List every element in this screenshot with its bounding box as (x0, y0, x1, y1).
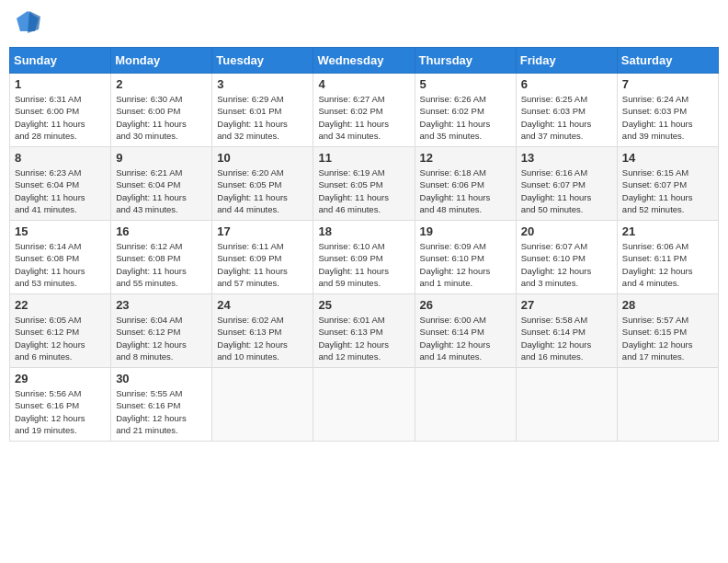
calendar-day-cell: 2 Sunrise: 6:30 AMSunset: 6:00 PMDayligh… (111, 74, 212, 147)
calendar-day-cell: 3 Sunrise: 6:29 AMSunset: 6:01 PMDayligh… (212, 74, 313, 147)
day-number: 10 (217, 151, 308, 165)
calendar-day-cell (313, 368, 415, 442)
day-number: 29 (15, 372, 106, 385)
calendar-week-row: 15 Sunrise: 6:14 AMSunset: 6:08 PMDaylig… (10, 221, 719, 294)
day-number: 3 (217, 77, 308, 91)
weekday-header-wednesday: Wednesday (313, 48, 415, 74)
day-info: Sunrise: 6:15 AMSunset: 6:07 PMDaylight:… (622, 167, 713, 215)
calendar-day-cell: 1 Sunrise: 6:31 AMSunset: 6:00 PMDayligh… (10, 74, 111, 147)
calendar-day-cell: 28 Sunrise: 5:57 AMSunset: 6:15 PMDaylig… (617, 294, 718, 368)
day-info: Sunrise: 6:20 AMSunset: 6:05 PMDaylight:… (217, 167, 308, 215)
calendar-day-cell: 21 Sunrise: 6:06 AMSunset: 6:11 PMDaylig… (617, 221, 718, 294)
calendar-day-cell: 26 Sunrise: 6:00 AMSunset: 6:14 PMDaylig… (415, 294, 516, 368)
calendar-day-cell: 10 Sunrise: 6:20 AMSunset: 6:05 PMDaylig… (212, 147, 313, 221)
day-number: 5 (420, 77, 511, 91)
calendar-day-cell: 14 Sunrise: 6:15 AMSunset: 6:07 PMDaylig… (617, 147, 718, 221)
day-number: 25 (318, 298, 409, 312)
calendar-day-cell: 27 Sunrise: 5:58 AMSunset: 6:14 PMDaylig… (516, 294, 617, 368)
logo-icon (15, 9, 40, 35)
svg-marker-1 (28, 11, 40, 33)
calendar-day-cell: 4 Sunrise: 6:27 AMSunset: 6:02 PMDayligh… (313, 74, 415, 147)
calendar-day-cell: 20 Sunrise: 6:07 AMSunset: 6:10 PMDaylig… (516, 221, 617, 294)
day-number: 9 (116, 151, 207, 165)
calendar-day-cell: 16 Sunrise: 6:12 AMSunset: 6:08 PMDaylig… (111, 221, 212, 294)
day-number: 22 (15, 298, 106, 312)
day-info: Sunrise: 5:58 AMSunset: 6:14 PMDaylight:… (521, 314, 612, 362)
day-info: Sunrise: 5:57 AMSunset: 6:15 PMDaylight:… (622, 314, 713, 362)
day-info: Sunrise: 6:12 AMSunset: 6:08 PMDaylight:… (116, 240, 207, 289)
calendar-day-cell: 25 Sunrise: 6:01 AMSunset: 6:13 PMDaylig… (313, 294, 415, 368)
calendar-day-cell: 9 Sunrise: 6:21 AMSunset: 6:04 PMDayligh… (111, 147, 212, 221)
calendar-day-cell: 7 Sunrise: 6:24 AMSunset: 6:03 PMDayligh… (617, 74, 718, 147)
weekday-header-sunday: Sunday (10, 48, 111, 74)
day-info: Sunrise: 6:27 AMSunset: 6:02 PMDaylight:… (318, 93, 409, 142)
day-number: 16 (116, 224, 207, 238)
calendar-day-cell: 24 Sunrise: 6:02 AMSunset: 6:13 PMDaylig… (212, 294, 313, 368)
day-info: Sunrise: 6:26 AMSunset: 6:02 PMDaylight:… (420, 93, 511, 142)
day-number: 14 (622, 151, 713, 165)
calendar-day-cell: 12 Sunrise: 6:18 AMSunset: 6:06 PMDaylig… (415, 147, 516, 221)
day-info: Sunrise: 6:05 AMSunset: 6:12 PMDaylight:… (15, 314, 106, 362)
calendar-day-cell (516, 368, 617, 442)
day-info: Sunrise: 6:11 AMSunset: 6:09 PMDaylight:… (217, 240, 308, 289)
weekday-header-tuesday: Tuesday (212, 48, 313, 74)
day-number: 8 (15, 151, 106, 165)
weekday-header-monday: Monday (111, 48, 212, 74)
day-number: 19 (420, 224, 511, 238)
calendar-day-cell (415, 368, 516, 442)
day-info: Sunrise: 6:31 AMSunset: 6:00 PMDaylight:… (15, 93, 106, 142)
calendar-day-cell: 29 Sunrise: 5:56 AMSunset: 6:16 PMDaylig… (10, 368, 111, 442)
weekday-header-thursday: Thursday (415, 48, 516, 74)
day-info: Sunrise: 6:30 AMSunset: 6:00 PMDaylight:… (116, 93, 207, 142)
day-info: Sunrise: 6:02 AMSunset: 6:13 PMDaylight:… (217, 314, 308, 362)
calendar-day-cell (212, 368, 313, 442)
weekday-header-friday: Friday (516, 48, 617, 74)
day-number: 7 (622, 77, 713, 91)
day-number: 6 (521, 77, 612, 91)
calendar-table: SundayMondayTuesdayWednesdayThursdayFrid… (9, 47, 719, 442)
day-number: 20 (521, 224, 612, 238)
calendar-day-cell: 13 Sunrise: 6:16 AMSunset: 6:07 PMDaylig… (516, 147, 617, 221)
calendar-day-cell: 19 Sunrise: 6:09 AMSunset: 6:10 PMDaylig… (415, 221, 516, 294)
calendar-day-cell: 22 Sunrise: 6:05 AMSunset: 6:12 PMDaylig… (10, 294, 111, 368)
day-info: Sunrise: 6:24 AMSunset: 6:03 PMDaylight:… (622, 93, 713, 142)
day-info: Sunrise: 6:14 AMSunset: 6:08 PMDaylight:… (15, 240, 106, 289)
calendar-week-row: 22 Sunrise: 6:05 AMSunset: 6:12 PMDaylig… (10, 294, 719, 368)
day-number: 28 (622, 298, 713, 312)
day-number: 24 (217, 298, 308, 312)
day-number: 30 (116, 372, 207, 385)
day-number: 27 (521, 298, 612, 312)
day-number: 15 (15, 224, 106, 238)
day-info: Sunrise: 6:25 AMSunset: 6:03 PMDaylight:… (521, 93, 612, 142)
day-number: 17 (217, 224, 308, 238)
day-info: Sunrise: 6:00 AMSunset: 6:14 PMDaylight:… (420, 314, 511, 362)
calendar-day-cell: 23 Sunrise: 6:04 AMSunset: 6:12 PMDaylig… (111, 294, 212, 368)
day-info: Sunrise: 6:19 AMSunset: 6:05 PMDaylight:… (318, 167, 409, 215)
calendar-day-cell (617, 368, 718, 442)
day-info: Sunrise: 6:09 AMSunset: 6:10 PMDaylight:… (420, 240, 511, 289)
day-number: 12 (420, 151, 511, 165)
calendar-week-row: 1 Sunrise: 6:31 AMSunset: 6:00 PMDayligh… (10, 74, 719, 147)
calendar-day-cell: 6 Sunrise: 6:25 AMSunset: 6:03 PMDayligh… (516, 74, 617, 147)
calendar-day-cell: 30 Sunrise: 5:55 AMSunset: 6:16 PMDaylig… (111, 368, 212, 442)
calendar-day-cell: 17 Sunrise: 6:11 AMSunset: 6:09 PMDaylig… (212, 221, 313, 294)
calendar-week-row: 29 Sunrise: 5:56 AMSunset: 6:16 PMDaylig… (10, 368, 719, 442)
day-info: Sunrise: 6:01 AMSunset: 6:13 PMDaylight:… (318, 314, 409, 362)
logo (13, 9, 40, 40)
day-number: 13 (521, 151, 612, 165)
calendar-day-cell: 11 Sunrise: 6:19 AMSunset: 6:05 PMDaylig… (313, 147, 415, 221)
day-number: 2 (116, 77, 207, 91)
calendar-header-row: SundayMondayTuesdayWednesdayThursdayFrid… (10, 48, 719, 74)
calendar-day-cell: 15 Sunrise: 6:14 AMSunset: 6:08 PMDaylig… (10, 221, 111, 294)
day-info: Sunrise: 6:07 AMSunset: 6:10 PMDaylight:… (521, 240, 612, 289)
day-number: 4 (318, 77, 409, 91)
day-info: Sunrise: 6:10 AMSunset: 6:09 PMDaylight:… (318, 240, 409, 289)
day-number: 18 (318, 224, 409, 238)
day-number: 21 (622, 224, 713, 238)
day-number: 23 (116, 298, 207, 312)
day-info: Sunrise: 5:55 AMSunset: 6:16 PMDaylight:… (116, 387, 207, 436)
day-info: Sunrise: 6:23 AMSunset: 6:04 PMDaylight:… (15, 167, 106, 215)
day-info: Sunrise: 6:18 AMSunset: 6:06 PMDaylight:… (420, 167, 511, 215)
day-info: Sunrise: 6:16 AMSunset: 6:07 PMDaylight:… (521, 167, 612, 215)
day-number: 11 (318, 151, 409, 165)
